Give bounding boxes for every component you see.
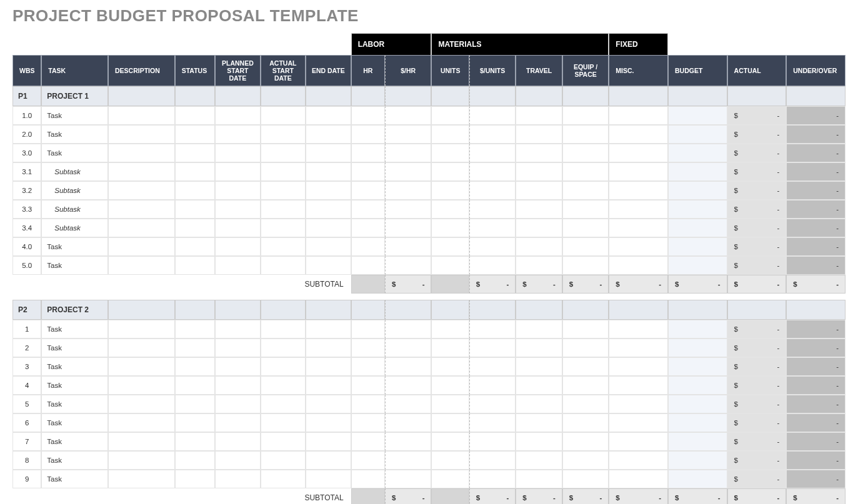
empty-cell[interactable] [562, 237, 609, 256]
empty-cell[interactable] [668, 357, 727, 376]
money-cell[interactable]: $- [727, 200, 787, 219]
empty-cell[interactable] [351, 357, 385, 376]
empty-cell[interactable] [385, 357, 432, 376]
dash-cell[interactable]: - [786, 125, 846, 144]
empty-cell[interactable] [175, 470, 215, 488]
empty-cell[interactable] [215, 237, 260, 256]
empty-cell[interactable] [215, 320, 260, 338]
money-cell[interactable]: $- [727, 125, 787, 144]
empty-cell[interactable] [562, 200, 609, 219]
empty-cell[interactable] [431, 237, 469, 256]
dash-cell[interactable]: - [786, 470, 846, 488]
empty-cell[interactable] [516, 106, 562, 125]
empty-cell[interactable] [215, 376, 260, 395]
wbs-cell[interactable]: 8 [12, 451, 41, 470]
empty-cell[interactable] [431, 338, 469, 357]
money-cell[interactable]: $- [727, 256, 787, 275]
empty-cell[interactable] [108, 162, 175, 181]
wbs-cell[interactable]: 3 [12, 357, 41, 376]
task-cell[interactable]: Task [41, 357, 108, 376]
wbs-cell[interactable]: 2 [12, 338, 41, 357]
task-cell[interactable]: Subtask [41, 200, 108, 219]
empty-cell[interactable] [668, 413, 727, 432]
empty-cell[interactable] [516, 200, 562, 219]
empty-cell[interactable] [175, 144, 215, 162]
empty-cell[interactable] [668, 200, 727, 219]
empty-cell[interactable] [306, 125, 351, 144]
empty-cell[interactable] [261, 432, 306, 451]
empty-cell[interactable] [108, 320, 175, 338]
empty-cell[interactable] [516, 338, 562, 357]
empty-cell[interactable] [516, 162, 562, 181]
money-cell[interactable]: $- [727, 181, 787, 200]
empty-cell[interactable] [351, 237, 385, 256]
empty-cell[interactable] [469, 144, 516, 162]
wbs-cell[interactable]: 6 [12, 413, 41, 432]
dash-cell[interactable]: - [786, 256, 846, 275]
empty-cell[interactable] [108, 125, 175, 144]
empty-cell[interactable] [306, 219, 351, 237]
empty-cell[interactable] [562, 470, 609, 488]
empty-cell[interactable] [351, 125, 385, 144]
empty-cell[interactable] [516, 432, 562, 451]
task-cell[interactable]: Task [41, 413, 108, 432]
dash-cell[interactable]: - [786, 338, 846, 357]
money-cell[interactable]: $- [727, 376, 787, 395]
empty-cell[interactable] [351, 181, 385, 200]
task-cell[interactable]: Task [41, 432, 108, 451]
empty-cell[interactable] [562, 219, 609, 237]
empty-cell[interactable] [562, 320, 609, 338]
empty-cell[interactable] [469, 320, 516, 338]
dash-cell[interactable]: - [786, 106, 846, 125]
dash-cell[interactable]: - [786, 181, 846, 200]
empty-cell[interactable] [668, 125, 727, 144]
empty-cell[interactable] [516, 376, 562, 395]
empty-cell[interactable] [609, 376, 668, 395]
empty-cell[interactable] [609, 181, 668, 200]
empty-cell[interactable] [261, 144, 306, 162]
empty-cell[interactable] [215, 451, 260, 470]
wbs-cell[interactable]: 4.0 [12, 237, 41, 256]
empty-cell[interactable] [469, 256, 516, 275]
empty-cell[interactable] [516, 144, 562, 162]
money-cell[interactable]: $- [727, 106, 787, 125]
empty-cell[interactable] [516, 219, 562, 237]
money-cell[interactable]: $- [727, 451, 787, 470]
empty-cell[interactable] [215, 413, 260, 432]
dash-cell[interactable]: - [786, 219, 846, 237]
empty-cell[interactable] [668, 451, 727, 470]
wbs-cell[interactable]: 3.2 [12, 181, 41, 200]
empty-cell[interactable] [516, 357, 562, 376]
empty-cell[interactable] [175, 125, 215, 144]
empty-cell[interactable] [609, 470, 668, 488]
empty-cell[interactable] [469, 237, 516, 256]
empty-cell[interactable] [668, 106, 727, 125]
empty-cell[interactable] [431, 181, 469, 200]
empty-cell[interactable] [108, 200, 175, 219]
empty-cell[interactable] [108, 256, 175, 275]
money-cell[interactable]: $- [727, 237, 787, 256]
empty-cell[interactable] [351, 432, 385, 451]
empty-cell[interactable] [215, 144, 260, 162]
empty-cell[interactable] [261, 219, 306, 237]
empty-cell[interactable] [668, 162, 727, 181]
empty-cell[interactable] [609, 125, 668, 144]
empty-cell[interactable] [261, 237, 306, 256]
empty-cell[interactable] [261, 395, 306, 413]
empty-cell[interactable] [609, 338, 668, 357]
empty-cell[interactable] [469, 357, 516, 376]
empty-cell[interactable] [108, 413, 175, 432]
empty-cell[interactable] [108, 470, 175, 488]
empty-cell[interactable] [562, 106, 609, 125]
dash-cell[interactable]: - [786, 144, 846, 162]
empty-cell[interactable] [175, 432, 215, 451]
empty-cell[interactable] [431, 470, 469, 488]
empty-cell[interactable] [108, 338, 175, 357]
dash-cell[interactable]: - [786, 413, 846, 432]
empty-cell[interactable] [215, 125, 260, 144]
empty-cell[interactable] [351, 451, 385, 470]
empty-cell[interactable] [562, 181, 609, 200]
empty-cell[interactable] [215, 395, 260, 413]
task-cell[interactable]: Task [41, 237, 108, 256]
empty-cell[interactable] [668, 256, 727, 275]
